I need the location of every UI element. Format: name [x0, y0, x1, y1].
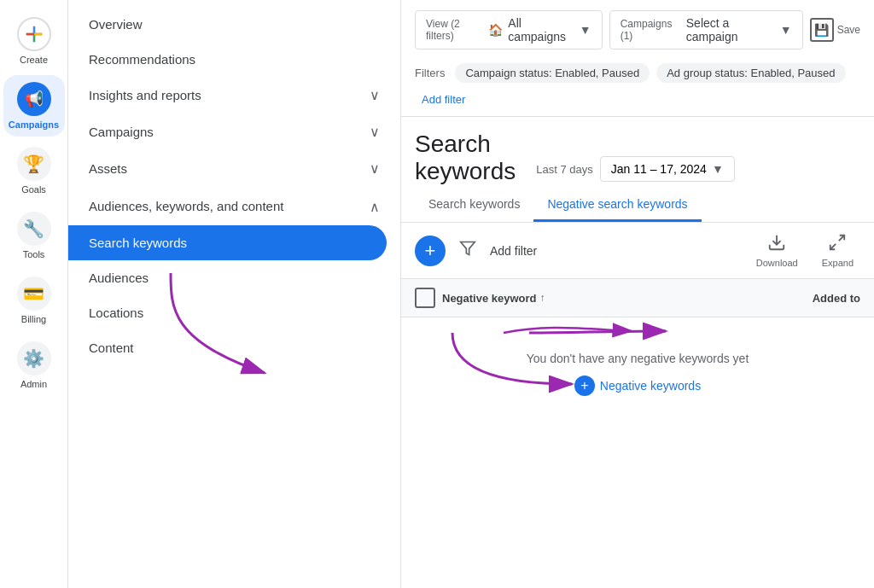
- filter-chip-campaign-status[interactable]: Campaign status: Enabled, Paused: [455, 63, 650, 83]
- goals-icon: 🏆: [17, 147, 51, 181]
- house-icon: 🏠: [488, 23, 503, 37]
- empty-message: You don't have any negative keywords yet: [527, 352, 749, 365]
- filter-chip-adgroup-status[interactable]: Ad group status: Enabled, Paused: [656, 63, 845, 83]
- sidebar-item-overview[interactable]: Overview: [68, 7, 400, 42]
- save-icon: 💾: [810, 18, 834, 42]
- sidebar-item-tools[interactable]: 🔧 Tools: [3, 205, 65, 266]
- add-negative-keywords-button[interactable]: + Negative keywords: [574, 376, 701, 396]
- sidebar-item-locations[interactable]: Locations: [68, 295, 400, 330]
- expand-icon: [828, 233, 847, 256]
- date-label: Last 7 days: [536, 163, 593, 176]
- campaigns-chevron: ∨: [370, 124, 380, 140]
- create-icon: [17, 17, 51, 51]
- page-header: Search keywords Last 7 days Jan 11 – 17,…: [401, 117, 874, 189]
- admin-icon: ⚙️: [17, 341, 51, 376]
- sidebar-item-audiences-keywords[interactable]: Audiences, keywords, and content ∧: [68, 187, 400, 225]
- view-filter-value: All campaigns: [508, 16, 574, 44]
- download-button[interactable]: Download: [749, 230, 805, 271]
- tab-negative-search-keywords[interactable]: Negative search keywords: [533, 189, 701, 222]
- table-header: Negative keyword ↑ Added to: [401, 279, 874, 317]
- filter-icon[interactable]: [456, 236, 480, 265]
- sidebar-item-assets[interactable]: Assets ∨: [68, 150, 400, 187]
- main-content: View (2 filters) 🏠 All campaigns ▼ Campa…: [401, 0, 874, 588]
- view-filter-dropdown[interactable]: View (2 filters) 🏠 All campaigns ▼: [415, 10, 603, 49]
- add-keyword-button[interactable]: +: [415, 236, 446, 266]
- plus-circle-icon: +: [574, 376, 595, 396]
- sidebar-item-billing[interactable]: 💳 Billing: [3, 270, 65, 331]
- campaigns-filter-value: Select a campaign: [686, 16, 775, 44]
- date-dropdown-arrow: ▼: [712, 162, 724, 176]
- table-area: Negative keyword ↑ Added to You don't ha…: [401, 279, 874, 588]
- toolbar: + Add filter Download: [401, 223, 874, 279]
- date-range-row: Last 7 days Jan 11 – 17, 2024 ▼: [536, 156, 734, 185]
- campaigns-dropdown-arrow: ▼: [780, 23, 792, 37]
- download-icon: [767, 233, 786, 256]
- save-button[interactable]: 💾 Save: [810, 18, 860, 42]
- keyword-column-header[interactable]: Negative keyword ↑: [442, 292, 700, 305]
- page-header-row: Search keywords Last 7 days Jan 11 – 17,…: [415, 131, 860, 189]
- save-label: Save: [837, 24, 860, 36]
- tab-search-keywords[interactable]: Search keywords: [415, 189, 533, 222]
- empty-state: You don't have any negative keywords yet…: [401, 317, 874, 430]
- filters-label: Filters: [415, 63, 445, 79]
- add-filter-button[interactable]: Add filter: [415, 90, 472, 109]
- audiences-chevron: ∧: [370, 199, 380, 215]
- assets-chevron: ∨: [370, 160, 380, 177]
- sidebar-campaigns-label: Campaigns: [9, 119, 59, 130]
- view-dropdown-arrow: ▼: [580, 23, 591, 37]
- campaigns-icon: 📢: [17, 82, 51, 116]
- top-bar: View (2 filters) 🏠 All campaigns ▼ Campa…: [401, 0, 874, 117]
- nav-sidebar: Overview Recommendations Insights and re…: [68, 0, 401, 588]
- sidebar-item-campaigns[interactable]: Campaigns ∨: [68, 114, 400, 150]
- page-title: Search keywords: [415, 131, 516, 185]
- sidebar-item-admin[interactable]: ⚙️ Admin: [3, 335, 65, 396]
- sidebar-create-label: Create: [20, 55, 48, 65]
- sidebar-admin-label: Admin: [20, 379, 47, 389]
- expand-label: Expand: [822, 258, 854, 268]
- sidebar-item-audiences[interactable]: Audiences: [68, 260, 400, 295]
- top-filters-row: View (2 filters) 🏠 All campaigns ▼ Campa…: [415, 10, 860, 56]
- sidebar-tools-label: Tools: [23, 249, 45, 259]
- sidebar-item-campaigns[interactable]: 📢 Campaigns: [3, 75, 65, 137]
- sidebar-item-goals[interactable]: 🏆 Goals: [3, 140, 65, 201]
- insights-chevron: ∨: [370, 87, 380, 103]
- sidebar-item-recommendations[interactable]: Recommendations: [68, 42, 400, 77]
- svg-marker-9: [461, 242, 475, 255]
- campaigns-filter-label: Campaigns (1): [621, 18, 681, 42]
- date-range-value: Jan 11 – 17, 2024: [611, 162, 707, 176]
- download-label: Download: [756, 258, 798, 268]
- sort-arrow-icon: ↑: [540, 292, 545, 304]
- svg-line-11: [839, 236, 844, 241]
- icon-sidebar: Create 📢 Campaigns 🏆 Goals 🔧 Tools 💳 Bil…: [0, 0, 68, 588]
- added-to-column-header: Added to: [707, 292, 860, 305]
- select-all-checkbox[interactable]: [415, 288, 435, 308]
- date-range-dropdown[interactable]: Jan 11 – 17, 2024 ▼: [600, 156, 735, 182]
- add-filter-text[interactable]: Add filter: [490, 244, 537, 258]
- sidebar-item-search-keywords[interactable]: Search keywords: [68, 225, 387, 260]
- sidebar-item-insights[interactable]: Insights and reports ∨: [68, 77, 400, 114]
- expand-button[interactable]: Expand: [815, 230, 860, 271]
- sidebar-item-content[interactable]: Content: [68, 330, 400, 365]
- tabs-row: Search keywords Negative search keywords: [401, 189, 874, 223]
- negative-keywords-action-label: Negative keywords: [600, 379, 701, 393]
- view-filter-label: View (2 filters): [426, 18, 483, 42]
- sidebar-goals-label: Goals: [21, 184, 46, 195]
- sidebar-billing-label: Billing: [21, 314, 46, 324]
- tools-icon: 🔧: [17, 212, 51, 246]
- sidebar-item-create[interactable]: Create: [3, 10, 65, 72]
- filters-row: Filters Campaign status: Enabled, Paused…: [415, 56, 860, 116]
- campaigns-filter-dropdown[interactable]: Campaigns (1) Select a campaign ▼: [609, 10, 803, 49]
- svg-line-12: [830, 244, 836, 249]
- billing-icon: 💳: [17, 277, 51, 311]
